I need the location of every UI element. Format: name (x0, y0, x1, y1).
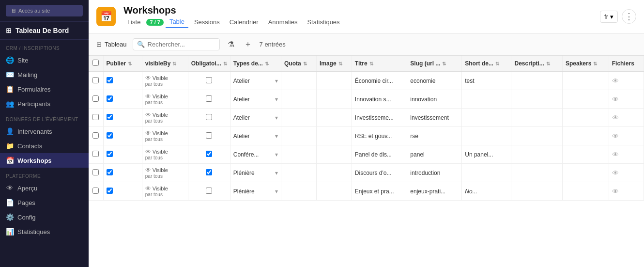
type-dropdown-icon[interactable]: ▾ (275, 96, 278, 103)
language-selector[interactable]: fr ▾ (600, 11, 618, 23)
nav-item-table[interactable]: Table (166, 16, 188, 28)
row-checkbox[interactable] (92, 77, 99, 83)
row-checkbox[interactable] (92, 169, 99, 175)
row-publier[interactable] (103, 164, 142, 182)
row-checkbox[interactable] (92, 188, 99, 194)
row-obligatoire[interactable] (188, 182, 230, 201)
row-checkbox[interactable] (92, 114, 99, 120)
nav-item-liste[interactable]: Liste (123, 16, 144, 28)
sort-titre-icon[interactable]: ⇅ (369, 61, 373, 66)
search-input[interactable] (148, 41, 215, 48)
type-dropdown-icon[interactable]: ▾ (275, 78, 278, 84)
row-select-cell[interactable] (89, 145, 103, 164)
sort-description-icon[interactable]: ⇅ (546, 61, 550, 66)
row-checkbox[interactable] (92, 151, 99, 157)
obligatoire-checkbox[interactable] (206, 77, 212, 83)
row-publier[interactable] (103, 72, 142, 90)
publier-checkbox[interactable] (107, 114, 113, 120)
sort-image-icon[interactable]: ⇅ (338, 61, 342, 66)
filter-icon[interactable]: ⚗ (226, 38, 236, 51)
fichiers-eye-icon[interactable]: 👁 (612, 151, 619, 158)
sort-types-icon[interactable]: ⇅ (265, 61, 269, 66)
type-dropdown-icon[interactable]: ▾ (275, 151, 278, 158)
fichiers-eye-icon[interactable]: 👁 (612, 114, 619, 122)
nav-item-anomalies[interactable]: Anomalies (264, 16, 302, 28)
sidebar-item-formulaires[interactable]: 📋 Formulaires (0, 82, 89, 96)
header-select-all[interactable] (89, 56, 103, 72)
sort-slug-icon[interactable]: ⇅ (442, 61, 446, 66)
row-select-cell[interactable] (89, 72, 103, 90)
row-obligatoire[interactable] (188, 90, 230, 109)
sidebar-item-pages[interactable]: 📄 Pages (0, 195, 89, 210)
publier-checkbox[interactable] (107, 132, 113, 139)
row-fichiers[interactable]: 👁 (609, 145, 644, 164)
sidebar-item-intervenants[interactable]: 👤 Intervenants (0, 124, 89, 139)
sort-publier-icon[interactable]: ⇅ (128, 61, 132, 66)
row-publier[interactable] (103, 90, 142, 109)
row-select-cell[interactable] (89, 164, 103, 182)
select-all-checkbox[interactable] (92, 60, 99, 66)
row-select-cell[interactable] (89, 109, 103, 127)
sort-visibleby-icon[interactable]: ⇅ (172, 61, 176, 66)
row-fichiers[interactable]: 👁 (609, 164, 644, 182)
publier-checkbox[interactable] (107, 151, 113, 157)
fichiers-eye-icon[interactable]: 👁 (612, 188, 619, 195)
sidebar-item-workshops[interactable]: 📅 Workshops (0, 153, 89, 168)
row-fichiers[interactable]: 👁 (609, 72, 644, 90)
sidebar-item-statistiques[interactable]: 📊 Statistiques (0, 224, 89, 239)
obligatoire-checkbox[interactable] (206, 169, 212, 175)
more-options-button[interactable]: ⋮ (622, 9, 636, 24)
nav-item-calendrier[interactable]: Calendrier (226, 16, 262, 28)
row-obligatoire[interactable] (188, 164, 230, 182)
obligatoire-checkbox[interactable] (206, 132, 212, 139)
row-obligatoire[interactable] (188, 145, 230, 164)
sidebar-item-apercu[interactable]: 👁 Aperçu (0, 181, 89, 195)
fichiers-eye-icon[interactable]: 👁 (612, 132, 619, 140)
type-dropdown-icon[interactable]: ▾ (275, 133, 278, 140)
row-checkbox[interactable] (92, 95, 99, 102)
add-icon[interactable]: ＋ (242, 37, 254, 51)
sort-speakers-icon[interactable]: ⇅ (593, 61, 597, 66)
type-dropdown-icon[interactable]: ▾ (275, 170, 278, 176)
obligatoire-checkbox[interactable] (206, 151, 212, 157)
row-publier[interactable] (103, 109, 142, 127)
row-obligatoire[interactable] (188, 127, 230, 145)
sidebar-item-mailing[interactable]: ✉️ Mailing (0, 67, 89, 82)
sidebar-item-site[interactable]: 🌐 Site (0, 53, 89, 67)
sidebar-item-config[interactable]: ⚙️ Config (0, 210, 89, 224)
row-obligatoire[interactable] (188, 72, 230, 90)
sort-obligatoire-icon[interactable]: ⇅ (223, 61, 227, 66)
publier-checkbox[interactable] (107, 188, 113, 194)
sort-quota-icon[interactable]: ⇅ (303, 61, 307, 66)
fichiers-eye-icon[interactable]: 👁 (612, 95, 619, 103)
row-publier[interactable] (103, 182, 142, 201)
row-select-cell[interactable] (89, 127, 103, 145)
row-fichiers[interactable]: 👁 (609, 90, 644, 109)
type-dropdown-icon[interactable]: ▾ (275, 188, 278, 195)
obligatoire-checkbox[interactable] (206, 188, 212, 194)
row-fichiers[interactable]: 👁 (609, 127, 644, 145)
nav-item-sessions[interactable]: Sessions (190, 16, 224, 28)
obligatoire-checkbox[interactable] (206, 95, 212, 102)
tableau-view-button[interactable]: ⊞ Tableau (96, 41, 127, 48)
obligatoire-checkbox[interactable] (206, 114, 212, 120)
row-select-cell[interactable] (89, 182, 103, 201)
row-fichiers[interactable]: 👁 (609, 109, 644, 127)
sidebar-item-participants[interactable]: 👥 Participants (0, 96, 89, 111)
sidebar-brand[interactable]: ⊞ Tableau De Bord (0, 22, 89, 40)
fichiers-eye-icon[interactable]: 👁 (612, 169, 619, 177)
row-fichiers[interactable]: 👁 (609, 182, 644, 201)
row-select-cell[interactable] (89, 90, 103, 109)
access-site-button[interactable]: 🖥 Accès au site (6, 5, 83, 16)
row-publier[interactable] (103, 127, 142, 145)
fichiers-eye-icon[interactable]: 👁 (612, 77, 619, 85)
publier-checkbox[interactable] (107, 77, 113, 83)
row-obligatoire[interactable] (188, 109, 230, 127)
row-publier[interactable] (103, 145, 142, 164)
sort-shortdesc-icon[interactable]: ⇅ (495, 61, 499, 66)
publier-checkbox[interactable] (107, 95, 113, 102)
publier-checkbox[interactable] (107, 169, 113, 175)
nav-item-statistiques[interactable]: Statistiques (303, 16, 343, 28)
sidebar-item-contacts[interactable]: 📁 Contacts (0, 139, 89, 153)
row-checkbox[interactable] (92, 132, 99, 139)
